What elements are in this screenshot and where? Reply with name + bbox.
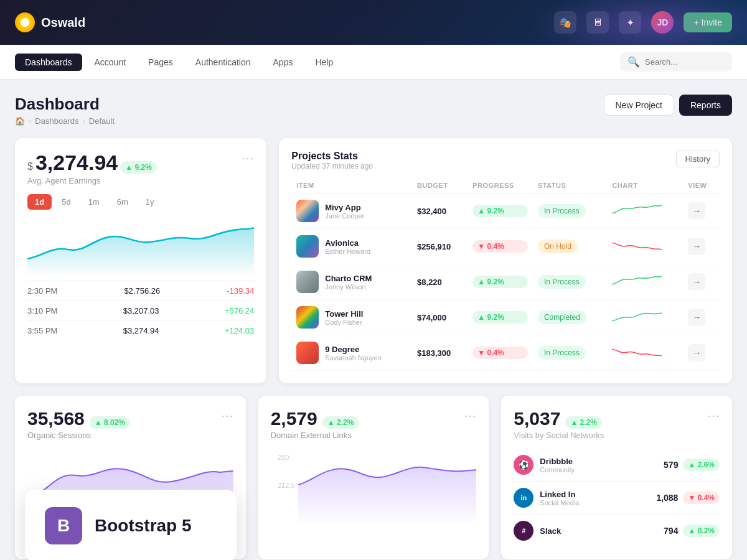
search-icon: 🔍 (627, 56, 640, 68)
social-row-linkedin: in Linked In Social Media 1,088 ▼ 0.4% (514, 482, 720, 515)
earnings-rows: 2:30 PM $2,756.26 -139.34 3:10 PM $3,207… (27, 281, 254, 340)
domain-label: Domain External Links (271, 431, 359, 440)
row-change: -139.34 (227, 286, 254, 296)
social-row-slack: # Slack 794 ▲ 0.2% (514, 515, 720, 547)
logo-icon (15, 12, 35, 32)
status-badge: In Process (538, 346, 586, 360)
breadcrumb-default[interactable]: Default (89, 116, 115, 126)
svg-text:212.5: 212.5 (278, 482, 295, 488)
view-button[interactable]: → (688, 344, 705, 362)
view-button[interactable]: → (688, 309, 705, 326)
time-filter-1m[interactable]: 1m (81, 194, 107, 210)
data-row: 3:55 PM $3,274.94 +124.03 (27, 320, 254, 340)
row-amount: $3,274.94 (123, 326, 159, 335)
col-view: VIEW (683, 178, 720, 194)
tab-pages[interactable]: Pages (138, 54, 183, 71)
tab-apps[interactable]: Apps (263, 54, 303, 71)
tab-authentication[interactable]: Authentication (186, 54, 261, 71)
table-row: Mivy App Jane Cooper $32,400 ▲ 9.2% In P… (291, 194, 720, 229)
col-chart: CHART (607, 178, 683, 194)
tab-dashboards[interactable]: Dashboards (15, 54, 82, 71)
table-row: Charto CRM Jenny Wilson $8,220 ▲ 9.2% In… (291, 264, 720, 300)
earnings-label: Avg. Agent Earnings (27, 176, 157, 185)
project-icon (296, 271, 319, 293)
project-owner: Jenny Wilson (325, 283, 372, 291)
project-budget: $8,220 (417, 278, 442, 287)
project-icon (296, 342, 319, 364)
col-progress: PROGRESS (467, 178, 533, 194)
projects-stats-card: Projects Stats Updated 37 minutes ago Hi… (279, 138, 732, 383)
time-filter-6m[interactable]: 6m (110, 194, 136, 210)
card-grid-top: $ 3,274.94 ▲ 9.2% Avg. Agent Earnings ⋯ … (15, 138, 732, 383)
project-budget: $32,400 (417, 207, 446, 216)
project-icon (296, 306, 319, 329)
slack-icon: # (514, 521, 533, 541)
projects-table: ITEM BUDGET PROGRESS STATUS CHART VIEW (291, 178, 720, 371)
project-progress: ▼ 0.4% (472, 240, 528, 253)
svg-text:250: 250 (278, 454, 289, 460)
social-more-button[interactable]: ⋯ (707, 408, 720, 423)
data-row: 3:10 PM $3,207.03 +576.24 (27, 301, 254, 320)
bootstrap-icon: B (45, 507, 82, 544)
project-budget: $183,300 (417, 348, 451, 358)
time-filter-5d[interactable]: 5d (54, 194, 78, 210)
reports-button[interactable]: Reports (679, 95, 732, 116)
monitor-icon-btn[interactable]: 🖥 (586, 11, 609, 34)
new-project-button[interactable]: New Project (604, 95, 674, 116)
earnings-value: 3,274.94 (35, 151, 118, 175)
social-badge: ▲ 2.2% (565, 416, 602, 429)
projects-title: Projects Stats (291, 151, 373, 162)
invite-button[interactable]: + Invite (684, 12, 732, 32)
col-status: STATUS (533, 178, 607, 194)
status-badge: In Process (538, 204, 586, 218)
table-row: 9 Degree Savannah Nguyen $183,300 ▼ 0.4%… (291, 335, 720, 371)
row-change: +576.24 (225, 306, 254, 315)
project-progress: ▲ 9.2% (472, 311, 528, 324)
linkedin-badge: ▼ 0.4% (683, 492, 720, 504)
tab-help[interactable]: Help (305, 54, 343, 71)
domain-badge: ▲ 2.2% (322, 416, 359, 429)
tab-account[interactable]: Account (85, 54, 136, 71)
project-name: Charto CRM (325, 274, 372, 283)
header-buttons: New Project Reports (604, 95, 733, 116)
organic-more-button[interactable]: ⋯ (221, 408, 233, 423)
domain-chart: 250 212.5 (271, 447, 477, 522)
time-filter-1d[interactable]: 1d (27, 194, 52, 210)
bootstrap-promo-card: B Bootstrap 5 (25, 490, 237, 560)
dribbble-name: Dribbble (540, 457, 664, 466)
dribbble-count: 579 (664, 460, 678, 470)
earnings-header: $ 3,274.94 ▲ 9.2% Avg. Agent Earnings ⋯ (27, 151, 254, 185)
camera-icon-btn[interactable]: 🎭 (554, 11, 576, 34)
search-area[interactable]: 🔍 (620, 52, 732, 72)
page-title: Dashboard (15, 95, 115, 114)
share-icon-btn[interactable]: ✦ (619, 11, 641, 34)
time-filter-1y[interactable]: 1y (138, 194, 162, 210)
project-owner: Savannah Nguyen (325, 354, 382, 362)
breadcrumb: 🏠 › Dashboards › Default (15, 116, 115, 126)
table-row: Avionica Esther Howard $256,910 ▼ 0.4% O… (291, 229, 720, 264)
project-progress: ▲ 9.2% (472, 205, 528, 217)
top-navigation: Oswald 🎭 🖥 ✦ JD + Invite (0, 0, 747, 45)
social-networks-card: 5,037 ▲ 2.2% Visits by Social Networks ⋯… (501, 396, 732, 559)
search-input[interactable] (645, 57, 725, 67)
earnings-more-button[interactable]: ⋯ (242, 151, 254, 166)
user-avatar[interactable]: JD (651, 11, 674, 34)
view-button[interactable]: → (688, 202, 705, 220)
project-owner: Esther Howard (325, 248, 370, 255)
view-button[interactable]: → (688, 238, 705, 255)
breadcrumb-dashboards[interactable]: Dashboards (35, 116, 78, 126)
row-time: 3:10 PM (27, 306, 57, 315)
row-time: 3:55 PM (27, 326, 57, 335)
domain-links-card: 2,579 ▲ 2.2% Domain External Links ⋯ 25 (258, 396, 489, 559)
logo-name: Oswald (41, 16, 85, 30)
project-budget: $74,000 (417, 313, 446, 322)
main-content: Dashboard 🏠 › Dashboards › Default New P… (0, 80, 747, 560)
slack-badge: ▲ 0.2% (683, 525, 720, 537)
view-button[interactable]: → (688, 273, 705, 291)
history-button[interactable]: History (676, 151, 720, 167)
row-amount: $3,207.03 (123, 306, 159, 315)
domain-more-button[interactable]: ⋯ (464, 408, 476, 423)
breadcrumb-home[interactable]: 🏠 (15, 116, 25, 126)
table-row: Tower Hill Cody Fisher $74,000 ▲ 9.2% Co… (291, 300, 720, 335)
social-list: ⚽ Dribbble Community 579 ▲ 2.6% in Linke… (514, 449, 720, 547)
